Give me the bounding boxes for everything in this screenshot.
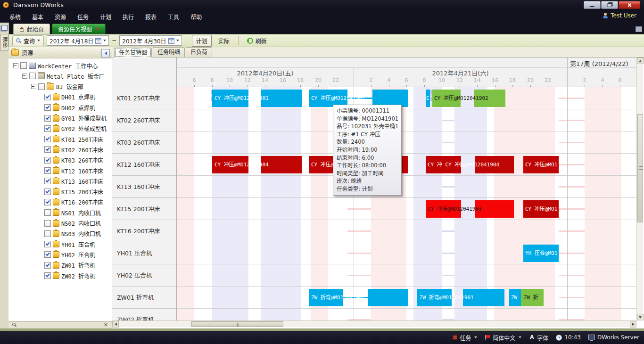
doc-tab-label: 起始页	[27, 25, 44, 33]
machine-icon	[53, 125, 59, 132]
collapsed-panel-tab[interactable]: 漂移	[0, 34, 8, 51]
scroll-left-button[interactable]	[112, 321, 119, 328]
machine-icon	[53, 157, 59, 164]
tree-checkbox[interactable]	[44, 104, 51, 111]
tree-item-19[interactable]: ZW01 折弯机	[44, 260, 95, 270]
collapse-panel-button[interactable]	[101, 49, 110, 57]
refresh-button[interactable]: 刷新	[243, 35, 271, 46]
status-item-2[interactable]: A字体	[529, 334, 548, 342]
doc-tab-0[interactable]: 起始页	[13, 24, 50, 34]
tree-item-3[interactable]: DH01 点焊机	[44, 92, 95, 102]
tree-checkbox[interactable]	[44, 136, 51, 142]
tree-item-14[interactable]: NS01 内收口机	[44, 207, 101, 218]
tree-checkbox[interactable]	[38, 83, 45, 90]
calendar-band-lav	[212, 87, 248, 320]
tree-item-5[interactable]: GY01 外桶成型机	[44, 113, 107, 123]
tree-checkbox[interactable]	[44, 230, 51, 237]
tree-item-11[interactable]: KT13 160T冲床	[44, 176, 103, 186]
folder-icon	[11, 49, 19, 56]
vertical-scrollbar[interactable]	[636, 57, 643, 320]
chevron-down-icon	[103, 40, 106, 41]
tree-checkbox[interactable]	[44, 220, 51, 227]
tree-checkbox[interactable]	[44, 241, 51, 247]
tooltip-line: 单据编号: MO12041901	[337, 115, 398, 123]
tree-item-12[interactable]: KT15 200T冲床	[44, 187, 103, 197]
scroll-down-button[interactable]	[637, 314, 644, 320]
status-item-4[interactable]: DWorks Server	[588, 334, 639, 341]
status-item-3[interactable]: 10:43	[556, 334, 581, 341]
close-icon[interactable]: ✕	[104, 322, 108, 328]
query-button[interactable]: 查询	[12, 35, 44, 46]
tree-item-15[interactable]: NS02 内收口机	[44, 218, 101, 229]
menu-item-6[interactable]: 报表	[140, 10, 162, 23]
tree-checkbox[interactable]	[44, 94, 51, 100]
tree-item-2[interactable]: BJ 钣金部	[31, 82, 83, 92]
tree-item-6[interactable]: GY02 外桶成型机	[44, 123, 107, 134]
tree-checkbox[interactable]	[44, 251, 51, 258]
tree-checkbox[interactable]	[44, 157, 51, 164]
tree-item-1[interactable]: Metal Plate 钣金厂	[22, 71, 105, 81]
tree-checkbox[interactable]	[44, 209, 51, 216]
status-item-1[interactable]: 简体中文	[485, 334, 521, 342]
tree-item-16[interactable]: NS03 内收口机	[44, 229, 101, 239]
scroll-up-button[interactable]	[637, 57, 644, 64]
find-icon[interactable]	[12, 323, 17, 327]
tree-checkbox[interactable]	[44, 272, 51, 279]
task-bar[interactable]	[368, 289, 408, 306]
menu-item-0[interactable]: 系统	[4, 10, 26, 23]
menu-item-5[interactable]: 执行	[117, 10, 140, 23]
actual-mode-button[interactable]: 实际	[215, 35, 233, 46]
tree-item-8[interactable]: KT02 260T冲床	[44, 144, 103, 155]
tree-checkbox[interactable]	[44, 125, 51, 132]
status-item-0[interactable]: 任务	[453, 334, 477, 342]
tree-item-13[interactable]: KT16 200T冲床	[44, 197, 103, 207]
menu-item-2[interactable]: 资源	[49, 10, 72, 23]
menu-item-8[interactable]: 帮助	[185, 10, 207, 23]
tree-checkbox[interactable]	[44, 115, 51, 122]
view-tab-2[interactable]: 日负荷	[186, 47, 212, 57]
close-tab-icon[interactable]: ✕	[95, 26, 99, 32]
doc-tab-1[interactable]: 资源任务视图✕	[52, 24, 106, 34]
tree-item-4[interactable]: DH02 点焊机	[44, 102, 95, 113]
tree-expander-icon[interactable]	[31, 84, 36, 89]
monitor-icon	[588, 335, 595, 340]
tree-item-7[interactable]: KT01 250T冲床	[44, 134, 103, 144]
tree-item-label: DH02 点焊机	[61, 104, 95, 112]
tree-item-9[interactable]: KT03 260T冲床	[44, 155, 103, 165]
horizontal-scrollbar[interactable]	[112, 320, 636, 327]
tree-checkbox[interactable]	[44, 199, 51, 205]
date-from-field[interactable]: 2012年 4月18日	[47, 35, 109, 46]
close-button[interactable]	[619, 1, 640, 9]
task-bar-label: ZW	[511, 289, 517, 306]
tree-checkbox[interactable]	[20, 62, 27, 69]
tree-checkbox[interactable]	[44, 178, 51, 184]
restore-button[interactable]	[601, 1, 618, 9]
date-to-field[interactable]: 2012年 4月30日	[119, 35, 182, 46]
tree-item-17[interactable]: YH01 压合机	[44, 239, 95, 249]
tree-checkbox[interactable]	[44, 167, 51, 174]
menu-item-4[interactable]: 计划	[94, 10, 117, 23]
vertical-scroll-thumb[interactable]	[637, 114, 643, 222]
tree-item-20[interactable]: ZW02 折弯机	[44, 270, 95, 281]
minimize-button[interactable]	[584, 1, 601, 9]
tree-checkbox[interactable]	[44, 188, 51, 195]
tree-item-10[interactable]: KT12 160T冲床	[44, 165, 103, 176]
hour-label: 16	[489, 77, 501, 83]
menu-item-7[interactable]: 工具	[162, 10, 185, 23]
tree-item-18[interactable]: YH02 压合机	[44, 249, 95, 260]
view-tab-1[interactable]: 任务明细	[153, 47, 185, 57]
horizontal-scroll-thumb[interactable]	[191, 321, 283, 327]
menu-item-3[interactable]: 任务	[72, 10, 94, 23]
tree-expander-icon[interactable]	[22, 74, 27, 79]
tree-expander-icon[interactable]	[13, 63, 18, 68]
plan-mode-button[interactable]: 计划	[192, 35, 212, 47]
tree-checkbox[interactable]	[29, 73, 36, 79]
tree-item-0[interactable]: WorkCenter 工作中心	[13, 60, 98, 71]
menu-item-1[interactable]: 基本	[26, 10, 49, 23]
tree-checkbox[interactable]	[44, 146, 51, 153]
cascade-windows-icon[interactable]	[1, 25, 8, 31]
view-tab-0[interactable]: 任务甘特图	[114, 48, 152, 57]
scroll-right-button[interactable]	[630, 321, 636, 328]
tree-checkbox[interactable]	[44, 262, 51, 269]
window-list-icon[interactable]	[636, 26, 642, 32]
